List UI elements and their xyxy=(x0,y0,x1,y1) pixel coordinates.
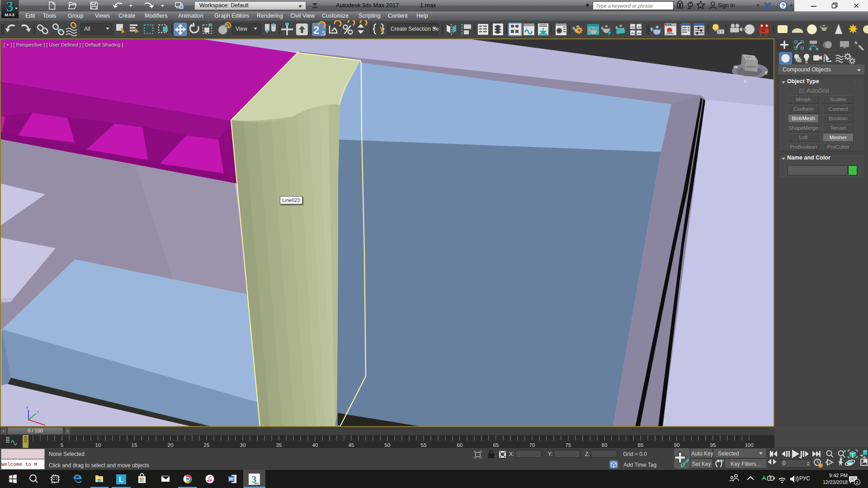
svg-text:2: 2 xyxy=(313,24,319,36)
svg-text:75: 75 xyxy=(566,442,571,448)
svg-text:25: 25 xyxy=(204,442,210,448)
svg-text:5: 5 xyxy=(61,442,63,448)
svg-text:x: x xyxy=(47,425,48,426)
svg-text:FRONT: FRONT xyxy=(746,66,756,68)
svg-text:40: 40 xyxy=(312,442,318,448)
svg-text:L: L xyxy=(119,476,123,483)
svg-text:100: 100 xyxy=(745,442,753,448)
svg-text:MAX: MAX xyxy=(255,483,259,485)
svg-text:45: 45 xyxy=(349,442,354,448)
svg-text:55: 55 xyxy=(421,442,427,448)
svg-text:80: 80 xyxy=(602,442,608,448)
svg-text:20: 20 xyxy=(168,442,174,448)
svg-text:W: W xyxy=(229,476,234,482)
svg-text:15: 15 xyxy=(132,442,137,448)
svg-text:TOP: TOP xyxy=(746,56,751,59)
svg-text:View: View xyxy=(236,26,247,32)
svg-text:z: z xyxy=(26,405,28,409)
svg-text:65: 65 xyxy=(493,442,499,448)
svg-text:50: 50 xyxy=(385,442,391,448)
svg-text:S: S xyxy=(744,79,746,84)
svg-text:60: 60 xyxy=(457,442,463,448)
svg-text:?: ? xyxy=(781,2,785,9)
svg-text:y: y xyxy=(37,409,39,413)
svg-text:0: 0 xyxy=(24,442,27,447)
svg-text:Create Selection Se: Create Selection Se xyxy=(391,26,439,32)
svg-text:70: 70 xyxy=(529,442,535,448)
svg-text:.5: .5 xyxy=(321,30,326,37)
svg-text:95: 95 xyxy=(710,442,716,448)
svg-text:10: 10 xyxy=(95,442,101,448)
svg-text:2: 2 xyxy=(856,480,858,485)
svg-text:90: 90 xyxy=(674,442,680,448)
svg-text:W: W xyxy=(734,65,738,69)
svg-text:30: 30 xyxy=(240,442,246,448)
svg-text:All: All xyxy=(84,26,90,32)
svg-text:85: 85 xyxy=(638,442,644,448)
svg-text:E: E xyxy=(765,70,768,75)
svg-text:35: 35 xyxy=(276,442,282,448)
